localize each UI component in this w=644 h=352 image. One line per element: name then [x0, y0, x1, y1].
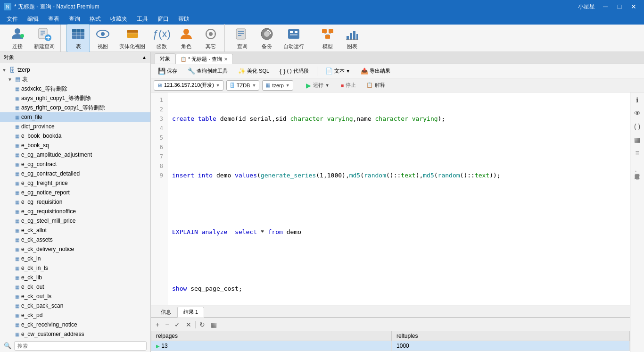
confirm-button[interactable]: ✓: [173, 320, 182, 329]
list-item[interactable]: ▦e_ck_allot: [0, 226, 150, 235]
run-button[interactable]: ▶ 运行 ▼: [301, 80, 335, 91]
toolbar-query[interactable]: 查询: [231, 25, 254, 52]
svg-rect-39: [325, 35, 330, 39]
export-button[interactable]: 📤 导出结果: [356, 66, 395, 76]
toolbar-backup[interactable]: 备份: [255, 25, 279, 52]
list-item[interactable]: ▦asys_right_copy1_等待删除: [0, 93, 150, 103]
list-item[interactable]: ▦e_ck_delivery_notice: [0, 244, 150, 254]
preview-icon[interactable]: 👁: [632, 108, 643, 119]
list-item[interactable]: ▦e_ck_pd: [0, 310, 150, 320]
list-item[interactable]: ▦asdxckc_等待删除: [0, 84, 150, 93]
list-item[interactable]: ▦e_book_bookda: [0, 131, 150, 141]
tree-area[interactable]: ▼ 🗄 tzerp ▼ ▦ 表 ▦asdxckc_等待删除 ▦asys_righ…: [0, 63, 150, 339]
cancel-edit-button[interactable]: ✕: [184, 320, 193, 329]
toolbar-table[interactable]: 表: [66, 24, 90, 52]
add-row-button[interactable]: +: [154, 320, 161, 329]
table-name: e_ck_pack_scan: [21, 302, 63, 309]
menu-file[interactable]: 文件: [2, 13, 23, 25]
toolbar-role[interactable]: 角色: [174, 25, 198, 52]
server-select[interactable]: 🖥 121.36.157.210(开发) ▼: [154, 80, 223, 91]
list-item[interactable]: ▦e_book_sq: [0, 141, 150, 150]
menu-help[interactable]: 帮助: [173, 13, 194, 25]
table-name: e_ck_receiving_notice: [21, 321, 77, 328]
menu-format[interactable]: 格式: [85, 13, 106, 25]
main-layout: 对象 ▲ ▼ 🗄 tzerp ▼ ▦ 表 ▦asdxckc_等待删除 ▦asys…: [0, 52, 644, 352]
tab-result-1[interactable]: 结果 1: [177, 307, 204, 318]
explain-button[interactable]: 📋 解释: [362, 80, 389, 91]
delete-row-button[interactable]: −: [163, 320, 171, 329]
tab-query[interactable]: 📋 * 无标题 - 查询 ✕: [175, 54, 233, 64]
filter-button[interactable]: ▦: [209, 320, 219, 329]
ddl-icon[interactable]: ≡: [633, 147, 641, 159]
list-item[interactable]: ▦e_cg_requisition: [0, 197, 150, 207]
bracket-icon[interactable]: ( ): [632, 121, 642, 132]
list-item[interactable]: ▦e_cg_freight_price: [0, 178, 150, 188]
table-row-icon: ▦: [15, 86, 19, 92]
refresh-button[interactable]: ↻: [198, 320, 207, 329]
table-select[interactable]: ▦ tzerp ▼: [262, 80, 293, 91]
search-input[interactable]: [14, 341, 147, 351]
query-builder-button[interactable]: 🔧 查询创建工具: [183, 66, 232, 76]
toolbar-chart[interactable]: 图表: [340, 25, 364, 52]
list-item[interactable]: ▦e_cg_steel_mill_price: [0, 216, 150, 226]
grid-icon[interactable]: ▦: [632, 134, 642, 145]
menu-window[interactable]: 窗口: [153, 13, 173, 25]
tab-close-button[interactable]: ✕: [224, 57, 228, 62]
menu-favorites[interactable]: 收藏夹: [106, 13, 132, 25]
toolbar-new-query[interactable]: 新建查询: [30, 25, 58, 52]
toolbar-other[interactable]: 其它: [199, 25, 223, 52]
menu-query[interactable]: 查询: [64, 13, 85, 25]
toolbar-model[interactable]: 模型: [316, 25, 339, 52]
save-button[interactable]: 💾 保存: [154, 66, 182, 76]
tree-tables-node[interactable]: ▼ ▦ 表: [0, 75, 150, 84]
toolbar-connect[interactable]: 连接: [6, 25, 29, 52]
list-item[interactable]: ▦e_cg_notice_report: [0, 188, 150, 197]
text-button[interactable]: 📄 文本 ▼: [321, 66, 355, 76]
beautify-icon: ✨: [238, 67, 246, 75]
list-item[interactable]: ▦e_ck_out_ls: [0, 292, 150, 301]
tab-object[interactable]: 对象: [155, 53, 175, 64]
stop-button[interactable]: ■ 停止: [337, 80, 361, 91]
toolbar-mat-view[interactable]: 实体化视图: [116, 25, 149, 52]
minimize-button[interactable]: ─: [599, 0, 612, 13]
list-item[interactable]: ▦e_cg_contract_detailed: [0, 169, 150, 178]
list-item[interactable]: ▦e_ck_out: [0, 282, 150, 292]
list-item[interactable]: ▦dict_province: [0, 122, 150, 131]
explain-icon: 📋: [366, 82, 373, 88]
close-button[interactable]: ✕: [627, 0, 640, 13]
new-query-label: 新建查询: [34, 43, 55, 50]
collapse-arrow[interactable]: ▲: [142, 55, 147, 60]
toolbar-function[interactable]: ƒ(x) 函数: [150, 25, 173, 52]
list-item[interactable]: ▦e_cg_amplitude_adjustment: [0, 150, 150, 159]
tab-info[interactable]: 信息: [155, 307, 177, 317]
left-panel: 对象 ▲ ▼ 🗄 tzerp ▼ ▦ 表 ▦asdxckc_等待删除 ▦asys…: [0, 52, 151, 352]
code-content[interactable]: create table demo(id serial,sid characte…: [167, 92, 630, 305]
list-item[interactable]: ▦asys_right_corp_copy1_等待删除: [0, 103, 150, 112]
code-snippet-button[interactable]: { } ( ) 代码段: [275, 66, 313, 76]
table-row[interactable]: ▶ 13 1000: [151, 341, 630, 351]
menu-view[interactable]: 查看: [43, 13, 64, 25]
object-tab[interactable]: 对象: [4, 54, 14, 61]
list-item[interactable]: ▦e_cw_customer_address: [0, 329, 150, 339]
menu-edit[interactable]: 编辑: [23, 13, 43, 25]
list-item[interactable]: ▦e_ck_pack_scan: [0, 301, 150, 310]
list-item[interactable]: ▦e_ck_receiving_notice: [0, 320, 150, 329]
query-builder-label: 查询创建工具: [197, 67, 228, 75]
toolbar-view[interactable]: 视图: [91, 25, 115, 52]
list-item[interactable]: ▦e_cg_contract: [0, 159, 150, 169]
info-icon[interactable]: ℹ: [634, 94, 640, 106]
db-select[interactable]: 🗄 TZDB ▼: [226, 80, 260, 91]
list-item[interactable]: ▦e_ck_in: [0, 254, 150, 263]
menu-tools[interactable]: 工具: [132, 13, 153, 25]
list-item[interactable]: ▦e_ck_assets: [0, 235, 150, 244]
code-editor[interactable]: 1 2 3 4 5 6 7 8 9 create table demo(id s…: [151, 92, 630, 305]
beautify-button[interactable]: ✨ 美化 SQL: [234, 66, 273, 76]
toolbar-auto-run[interactable]: 自动运行: [280, 25, 308, 52]
list-item[interactable]: ▦e_ck_in_ls: [0, 263, 150, 273]
list-item[interactable]: ▦e_cg_requisitionoffice: [0, 207, 150, 216]
maximize-button[interactable]: □: [613, 0, 626, 13]
tables-expand-icon: ▼: [8, 77, 13, 82]
list-item[interactable]: ▦e_ck_lib: [0, 273, 150, 282]
list-item[interactable]: ▦com_file: [0, 112, 150, 122]
tree-db-node[interactable]: ▼ 🗄 tzerp: [0, 65, 150, 75]
